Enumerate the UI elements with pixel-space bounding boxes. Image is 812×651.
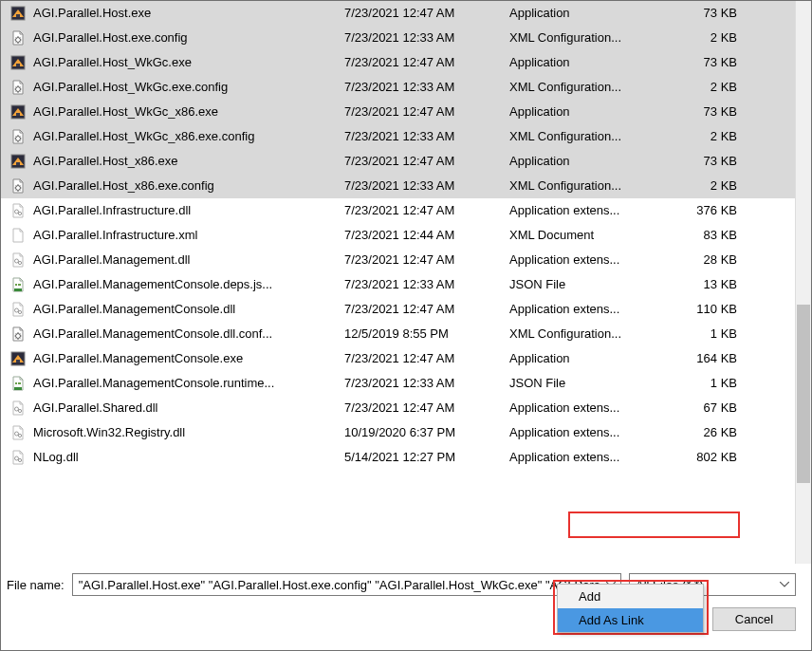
menu-item-add[interactable]: Add — [558, 585, 703, 608]
config-icon — [9, 28, 28, 47]
file-size-cell: 2 KB — [669, 80, 737, 94]
scrollbar-thumb[interactable] — [797, 305, 810, 483]
svg-rect-21 — [15, 284, 17, 286]
file-name-cell: AGI.Parallel.ManagementConsole.deps.js..… — [33, 277, 344, 291]
file-name-cell: AGI.Parallel.ManagementConsole.runtime..… — [33, 376, 344, 390]
file-size-cell: 83 KB — [669, 228, 737, 242]
file-date-cell: 7/23/2021 12:33 AM — [344, 30, 509, 45]
table-row[interactable]: AGI.Parallel.ManagementConsole.exe7/23/2… — [1, 346, 811, 371]
file-date-cell: 7/23/2021 12:47 AM — [344, 104, 509, 119]
file-type-cell: Application extens... — [509, 400, 669, 415]
svg-rect-28 — [16, 360, 20, 363]
file-name-cell: AGI.Parallel.Host.exe.config — [33, 30, 344, 45]
file-type-cell: Application — [509, 154, 669, 168]
file-name-cell: AGI.Parallel.ManagementConsole.exe — [33, 351, 344, 365]
file-name-cell: AGI.Parallel.Management.dll — [33, 252, 344, 267]
file-name-cell: AGI.Parallel.Host.exe — [33, 6, 344, 20]
file-name-cell: AGI.Parallel.ManagementConsole.dll.conf.… — [33, 326, 344, 341]
file-type-cell: XML Configuration... — [509, 30, 669, 45]
file-date-cell: 7/23/2021 12:33 AM — [344, 80, 509, 94]
file-size-cell: 67 KB — [669, 400, 737, 415]
dll-icon — [9, 201, 28, 220]
file-name-cell: AGI.Parallel.Host_WkGc.exe.config — [33, 80, 344, 94]
exe-icon — [9, 102, 28, 121]
file-list[interactable]: AGI.Parallel.Host.exe7/23/2021 12:47 AMA… — [1, 1, 811, 470]
table-row[interactable]: AGI.Parallel.Host_x86.exe.config7/23/202… — [1, 174, 811, 198]
file-type-cell: Application — [509, 55, 669, 69]
file-name-cell: AGI.Parallel.Host_WkGc.exe — [33, 55, 344, 69]
chevron-down-icon[interactable] — [780, 582, 789, 587]
config-icon — [9, 78, 28, 97]
file-type-cell: Application extens... — [509, 252, 669, 267]
file-size-cell: 164 KB — [669, 351, 737, 365]
file-date-cell: 7/23/2021 12:47 AM — [344, 400, 509, 415]
file-date-cell: 12/5/2019 8:55 PM — [344, 326, 509, 341]
file-date-cell: 7/23/2021 12:33 AM — [344, 129, 509, 143]
table-row[interactable]: AGI.Parallel.Shared.dll7/23/2021 12:47 A… — [1, 396, 811, 420]
file-date-cell: 7/23/2021 12:47 AM — [344, 6, 509, 20]
dll-icon — [9, 399, 28, 418]
file-date-cell: 7/23/2021 12:33 AM — [344, 376, 509, 390]
table-row[interactable]: AGI.Parallel.Host.exe7/23/2021 12:47 AMA… — [1, 1, 811, 26]
file-date-cell: 7/23/2021 12:47 AM — [344, 203, 509, 217]
table-row[interactable]: Microsoft.Win32.Registry.dll10/19/2020 6… — [1, 420, 811, 445]
file-type-cell: XML Document — [509, 228, 669, 242]
table-row[interactable]: AGI.Parallel.Host_WkGc_x86.exe.config7/2… — [1, 124, 811, 149]
svg-rect-31 — [18, 382, 21, 384]
file-type-cell: Application extens... — [509, 302, 669, 316]
file-type-cell: JSON File — [509, 277, 669, 291]
file-size-cell: 28 KB — [669, 252, 737, 267]
file-type-cell: Application extens... — [509, 450, 669, 464]
dll-icon — [9, 423, 28, 442]
file-size-cell: 802 KB — [669, 450, 737, 464]
svg-rect-22 — [18, 284, 21, 286]
scrollbar[interactable] — [795, 1, 811, 564]
file-size-cell: 2 KB — [669, 30, 737, 45]
svg-rect-6 — [16, 64, 20, 66]
file-size-cell: 1 KB — [669, 326, 737, 341]
file-name-cell: AGI.Parallel.Host_WkGc_x86.exe.config — [33, 129, 344, 143]
file-date-cell: 5/14/2021 12:27 PM — [344, 450, 509, 464]
table-row[interactable]: AGI.Parallel.Infrastructure.dll7/23/2021… — [1, 198, 811, 223]
file-size-cell: 73 KB — [669, 154, 737, 168]
json-icon — [9, 374, 28, 393]
table-row[interactable]: AGI.Parallel.Management.dll7/23/2021 12:… — [1, 248, 811, 272]
svg-rect-20 — [14, 288, 22, 291]
table-row[interactable]: AGI.Parallel.ManagementConsole.dll7/23/2… — [1, 297, 811, 322]
file-date-cell: 7/23/2021 12:47 AM — [344, 55, 509, 69]
cancel-button[interactable]: Cancel — [712, 607, 796, 631]
table-row[interactable]: AGI.Parallel.ManagementConsole.deps.js..… — [1, 272, 811, 297]
table-row[interactable]: NLog.dll5/14/2021 12:27 PMApplication ex… — [1, 445, 811, 470]
svg-rect-30 — [15, 382, 17, 384]
table-row[interactable]: AGI.Parallel.Host_x86.exe7/23/2021 12:47… — [1, 149, 811, 174]
file-size-cell: 2 KB — [669, 178, 737, 193]
file-name-cell: AGI.Parallel.Infrastructure.dll — [33, 203, 344, 217]
file-size-cell: 376 KB — [669, 203, 737, 217]
file-name-cell: AGI.Parallel.Infrastructure.xml — [33, 228, 344, 242]
file-name-cell: AGI.Parallel.Host_x86.exe — [33, 154, 344, 168]
svg-rect-29 — [14, 387, 22, 390]
table-row[interactable]: AGI.Parallel.Host_WkGc_x86.exe7/23/2021 … — [1, 100, 811, 124]
file-name-cell: AGI.Parallel.Host_WkGc_x86.exe — [33, 104, 344, 119]
table-row[interactable]: AGI.Parallel.Host_WkGc.exe.config7/23/20… — [1, 75, 811, 100]
table-row[interactable]: AGI.Parallel.Host.exe.config7/23/2021 12… — [1, 26, 811, 50]
menu-item-add-as-link[interactable]: Add As Link — [558, 608, 703, 632]
svg-rect-2 — [16, 14, 20, 17]
file-size-cell: 73 KB — [669, 55, 737, 69]
file-type-cell: Application extens... — [509, 203, 669, 217]
svg-rect-10 — [16, 113, 20, 116]
file-name-cell: NLog.dll — [33, 450, 344, 464]
file-name-cell: AGI.Parallel.ManagementConsole.dll — [33, 302, 344, 316]
file-type-cell: XML Configuration... — [509, 326, 669, 341]
table-row[interactable]: AGI.Parallel.ManagementConsole.dll.conf.… — [1, 322, 811, 346]
config-icon — [9, 177, 28, 195]
file-name-label: File name: — [7, 578, 65, 592]
table-row[interactable]: AGI.Parallel.Infrastructure.xml7/23/2021… — [1, 223, 811, 248]
table-row[interactable]: AGI.Parallel.ManagementConsole.runtime..… — [1, 371, 811, 396]
add-dropdown-menu: Add Add As Link — [557, 584, 704, 633]
table-row[interactable]: AGI.Parallel.Host_WkGc.exe7/23/2021 12:4… — [1, 50, 811, 75]
exe-icon — [9, 53, 28, 72]
file-name-combo[interactable] — [72, 573, 621, 596]
file-type-cell: Application — [509, 6, 669, 20]
file-name-input[interactable] — [72, 573, 621, 596]
